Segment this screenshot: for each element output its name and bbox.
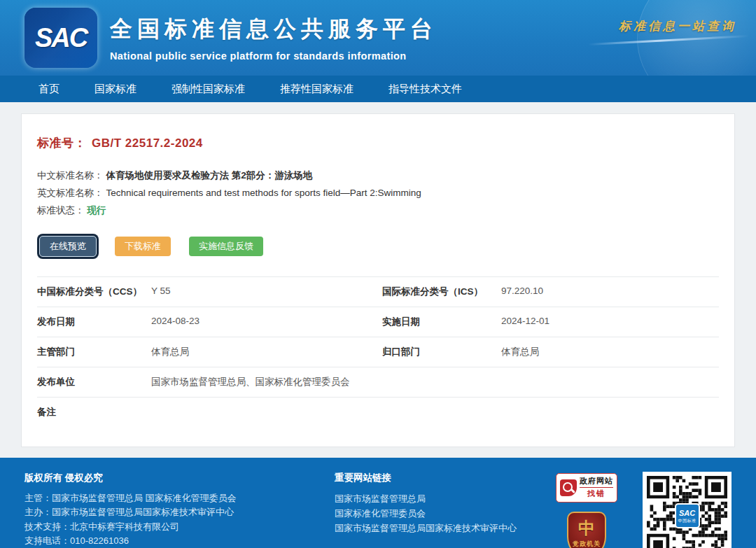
- nav-item-national-standards[interactable]: 国家标准: [94, 83, 136, 96]
- footer-badges-column: 政府网站 找错 中 党政机关: [552, 472, 622, 548]
- footer-links-column: 重要网站链接 国家市场监督管理总局 国家标准化管理委员会 国家市场监督管理总局国…: [335, 472, 539, 548]
- gov-site-error-badge[interactable]: 政府网站 找错: [556, 473, 617, 503]
- site-subtitle: National public service platform for sta…: [110, 50, 438, 62]
- sac-logo[interactable]: SAC: [24, 8, 97, 68]
- party-gov-badge[interactable]: 中 党政机关: [567, 512, 606, 548]
- online-preview-button[interactable]: 在线预览: [39, 236, 97, 257]
- ccs-label: 中国标准分类号（CCS）: [37, 286, 151, 298]
- standard-number-label: 标准号：: [37, 136, 86, 150]
- ics-value: 97.220.10: [501, 286, 719, 296]
- authority-dept-label: 主管部门: [37, 346, 151, 358]
- cn-name-label: 中文标准名称：: [37, 170, 104, 181]
- detail-row-dates: 发布日期 2024-08-23 实施日期 2024-12-01: [37, 307, 719, 337]
- detail-table: 中国标准分类号（CCS） Y 55 国际标准分类号（ICS） 97.220.10…: [37, 276, 719, 440]
- light-streak: [588, 35, 749, 45]
- gov-badge-line2: 找错: [580, 487, 613, 499]
- en-name-value: Technical requirements and test methods …: [106, 188, 421, 198]
- main-nav: 首页 国家标准 强制性国家标准 推荐性国家标准 指导性技术文件: [0, 76, 756, 102]
- magnifier-icon: [560, 479, 577, 496]
- gov-badge-line1: 政府网站: [580, 476, 613, 486]
- qr-logo-sac-text: SAC: [679, 510, 695, 517]
- slogan-text: 标准信息一站查询: [619, 18, 736, 34]
- field-status: 标准状态：现行: [37, 202, 719, 219]
- nav-item-home[interactable]: 首页: [38, 83, 59, 96]
- standard-fields: 中文标准名称：体育场地使用要求及检验方法 第2部分：游泳场地 英文标准名称：Te…: [37, 167, 719, 219]
- centralized-dept-label: 归口部门: [382, 346, 501, 358]
- site-footer: 版权所有 侵权必究 主管：国家市场监督管理总局 国家标准化管理委员会 主办：国家…: [0, 458, 756, 548]
- links-heading: 重要网站链接: [335, 472, 539, 484]
- footer-line-phone: 支持电话：010-82261036: [24, 534, 322, 548]
- nav-item-guiding-documents[interactable]: 指导性技术文件: [388, 83, 462, 96]
- detail-row-ccs-ics: 中国标准分类号（CCS） Y 55 国际标准分类号（ICS） 97.220.10: [37, 276, 719, 307]
- shield-emblem-icon: 中: [578, 520, 595, 537]
- implement-date-value: 2024-12-01: [501, 316, 719, 326]
- en-name-label: 英文标准名称：: [37, 188, 104, 198]
- footer-link-review-center[interactable]: 国家市场监督管理总局国家标准技术审评中心: [335, 521, 539, 535]
- footer-line-supervisor: 主管：国家市场监督管理总局 国家标准化管理委员会: [24, 491, 322, 506]
- sac-logo-text: SAC: [35, 23, 87, 53]
- shield-label: 党政机关: [573, 540, 601, 548]
- gov-badge-text: 政府网站 找错: [580, 476, 613, 499]
- remark-label: 备注: [37, 406, 151, 419]
- publish-date-label: 发布日期: [37, 316, 151, 328]
- detail-row-departments: 主管部门 体育总局 归口部门 体育总局: [37, 337, 719, 367]
- standard-number: 标准号：GB/T 22517.2-2024: [37, 135, 719, 151]
- globe-graphic: [637, 0, 756, 76]
- field-en-name: 英文标准名称：Technical requirements and test m…: [37, 184, 719, 202]
- footer-line-tech-support: 技术支持：北京中标赛宇科技有限公司: [24, 520, 322, 535]
- standard-number-value: GB/T 22517.2-2024: [92, 136, 203, 150]
- status-label: 标准状态：: [37, 205, 85, 216]
- ccs-value: Y 55: [151, 286, 382, 296]
- nav-item-recommended-standards[interactable]: 推荐性国家标准: [280, 83, 354, 96]
- action-buttons: 在线预览 下载标准 实施信息反馈: [37, 236, 719, 257]
- publisher-label: 发布单位: [37, 376, 151, 388]
- footer-line-organizer: 主办：国家市场监督管理总局国家标准技术审评中心: [24, 505, 322, 520]
- footer-qr-column: SAC 中国标准: [634, 472, 732, 548]
- page: SAC 全国标准信息公共服务平台 National public service…: [0, 0, 756, 548]
- implementation-feedback-button[interactable]: 实施信息反馈: [189, 237, 263, 256]
- footer-copyright-column: 版权所有 侵权必究 主管：国家市场监督管理总局 国家标准化管理委员会 主办：国家…: [24, 472, 322, 548]
- content-area: 标准号：GB/T 22517.2-2024 中文标准名称：体育场地使用要求及检验…: [0, 102, 756, 458]
- site-header: SAC 全国标准信息公共服务平台 National public service…: [0, 0, 756, 76]
- field-cn-name: 中文标准名称：体育场地使用要求及检验方法 第2部分：游泳场地: [37, 167, 719, 184]
- download-standard-button[interactable]: 下载标准: [115, 237, 171, 256]
- footer-link-sac[interactable]: 国家标准化管理委员会: [335, 506, 539, 521]
- qr-logo-cn-text: 中国标准: [678, 519, 696, 523]
- header-art: 标准信息一站查询: [560, 0, 756, 76]
- nav-item-mandatory-standards[interactable]: 强制性国家标准: [172, 83, 245, 96]
- status-badge: 现行: [88, 205, 106, 216]
- ics-label: 国际标准分类号（ICS）: [382, 286, 501, 298]
- detail-row-publisher: 发布单位 国家市场监督管理总局、国家标准化管理委员会: [37, 367, 719, 397]
- copyright-heading: 版权所有 侵权必究: [24, 472, 322, 484]
- publisher-value: 国家市场监督管理总局、国家标准化管理委员会: [151, 376, 719, 388]
- title-block: 全国标准信息公共服务平台 National public service pla…: [110, 14, 438, 62]
- standard-detail-panel: 标准号：GB/T 22517.2-2024 中文标准名称：体育场地使用要求及检验…: [21, 113, 735, 447]
- footer-link-samr[interactable]: 国家市场监督管理总局: [335, 491, 539, 506]
- cn-name-value: 体育场地使用要求及检验方法 第2部分：游泳场地: [106, 170, 313, 181]
- site-title: 全国标准信息公共服务平台: [110, 14, 438, 45]
- centralized-dept-value: 体育总局: [501, 346, 719, 358]
- qr-center-logo: SAC 中国标准: [675, 503, 700, 528]
- publish-date-value: 2024-08-23: [151, 316, 382, 326]
- implement-date-label: 实施日期: [382, 316, 501, 328]
- qr-code: SAC 中国标准: [643, 472, 732, 548]
- authority-dept-value: 体育总局: [151, 346, 382, 358]
- detail-row-remark: 备注: [37, 397, 719, 440]
